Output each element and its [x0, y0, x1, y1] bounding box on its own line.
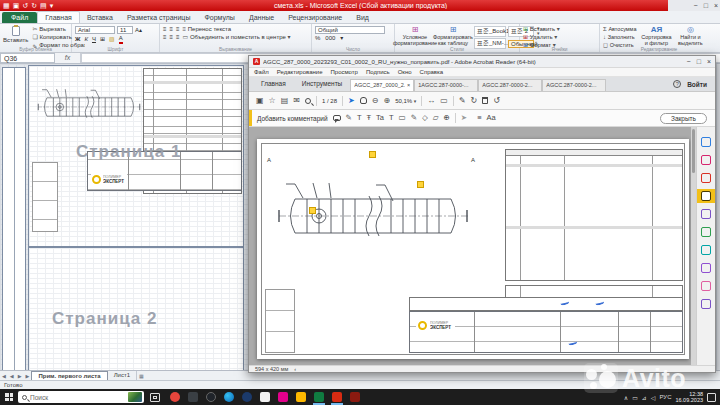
- number-format-select[interactable]: Общий: [315, 26, 385, 34]
- align-left-button[interactable]: ≡: [163, 34, 167, 41]
- replace-text-tool-icon[interactable]: T: [389, 114, 394, 122]
- fx-icon[interactable]: fx: [55, 53, 81, 63]
- style-cell-1[interactable]: 표준_Book1: [474, 26, 506, 37]
- sign-in-button[interactable]: Войти: [687, 81, 707, 88]
- sheet-nav-last[interactable]: ▶: [24, 371, 32, 380]
- grow-font-button[interactable]: A▴: [135, 27, 142, 34]
- tab-view[interactable]: Вид: [349, 12, 376, 23]
- sheet-nav-next[interactable]: ▶: [16, 371, 24, 380]
- pin-tool-icon[interactable]: ➤: [461, 114, 467, 122]
- wrap-text-button[interactable]: ≡ Перенос текста: [183, 26, 232, 33]
- collapse-status-icon[interactable]: ‹: [294, 366, 296, 372]
- request-signatures-tool[interactable]: [697, 279, 716, 293]
- save-button[interactable]: ▣: [13, 0, 20, 11]
- store-app-icon[interactable]: [260, 392, 270, 402]
- tab-home[interactable]: Главная: [37, 11, 80, 23]
- align-right-button[interactable]: ≡: [176, 34, 180, 41]
- search-highlight-image[interactable]: [128, 392, 142, 402]
- text-style-icon[interactable]: Aa: [487, 114, 496, 122]
- select-tool-icon[interactable]: ➤: [348, 97, 355, 105]
- language-indicator[interactable]: РУС: [659, 394, 671, 400]
- notification-center-button[interactable]: [707, 393, 716, 402]
- taskbar-search[interactable]: Поиск: [18, 391, 144, 403]
- doc-tab-1-active[interactable]: AGCC_287_0000_2...×: [350, 79, 414, 91]
- align-middle-button[interactable]: ≡: [170, 26, 174, 33]
- pdf-page[interactable]: А А: [257, 139, 689, 359]
- name-box[interactable]: Q36: [0, 53, 55, 63]
- excel-vertical-scrollbar[interactable]: [716, 64, 720, 370]
- align-top-button[interactable]: ≡: [163, 26, 167, 33]
- tab-close-icon[interactable]: ×: [407, 82, 410, 91]
- create-pdf-tool[interactable]: [697, 171, 716, 185]
- delete-cells-button[interactable]: ⊞ Удалить ▾: [523, 34, 597, 41]
- mail-icon[interactable]: ✉: [293, 97, 300, 105]
- refresh-icon[interactable]: ↺: [493, 97, 500, 105]
- acrobat-document-area[interactable]: А А: [249, 127, 715, 365]
- merge-center-button[interactable]: ▭ Объединить и поместить в центре ▾: [183, 34, 291, 41]
- autosum-button[interactable]: Σ Автосумма: [603, 26, 636, 33]
- star-favorite-icon[interactable]: ☆: [269, 97, 276, 105]
- acrobat-taskbar-icon[interactable]: [332, 392, 342, 402]
- scrollbar-thumb[interactable]: [692, 129, 695, 173]
- sticky-note-annotation[interactable]: [309, 207, 316, 214]
- stamp-tool-icon[interactable]: ▱: [433, 114, 439, 122]
- underline-text-tool-icon[interactable]: T: [357, 114, 362, 122]
- sticky-note-tool-icon[interactable]: [333, 115, 341, 121]
- doc-tab-4[interactable]: AGCC.287-0000-2...: [542, 79, 606, 91]
- tab-tools[interactable]: Инструменты: [294, 80, 351, 91]
- align-bottom-button[interactable]: ≡: [176, 26, 180, 33]
- maximize-button[interactable]: □: [697, 58, 701, 65]
- sheet-tab-list1[interactable]: Лист1: [108, 371, 137, 380]
- draw-tool-icon[interactable]: ✎: [411, 114, 417, 122]
- annotate-icon[interactable]: ✎: [459, 97, 466, 105]
- rotate-icon[interactable]: ↻: [471, 97, 478, 105]
- help-circle-icon[interactable]: ?: [673, 80, 681, 88]
- insert-cells-button[interactable]: ⊞ Вставить ▾: [523, 26, 597, 33]
- print-icon[interactable]: ▤: [281, 97, 289, 105]
- fill-color-button[interactable]: ▨: [109, 36, 115, 43]
- combine-files-tool[interactable]: [697, 207, 716, 221]
- menu-edit[interactable]: Редактирование: [277, 69, 323, 75]
- minimize-button[interactable]: −: [687, 58, 691, 65]
- comma-style-button[interactable]: 000: [325, 35, 335, 42]
- font-color-button[interactable]: A: [119, 35, 123, 44]
- search-icon[interactable]: [305, 98, 311, 104]
- task-view-button[interactable]: [150, 393, 160, 402]
- fill-sign-tool[interactable]: [697, 261, 716, 275]
- menu-view[interactable]: Просмотр: [330, 69, 357, 75]
- undo-button[interactable]: ↺: [22, 0, 28, 11]
- sheet-tab-primary[interactable]: Прим. первого листа: [31, 371, 107, 380]
- menu-window[interactable]: Окно: [398, 69, 412, 75]
- maximize-button[interactable]: □: [704, 2, 708, 9]
- page-indicator[interactable]: 1 / 28: [322, 98, 337, 104]
- line-thickness-icon[interactable]: ≡: [477, 114, 481, 122]
- find-select-button[interactable]: ◎ Найти и выделить: [676, 26, 704, 46]
- tab-formulas[interactable]: Формулы: [197, 12, 241, 23]
- eraser-tool-icon[interactable]: ◇: [422, 114, 428, 122]
- borders-button[interactable]: ⊞: [100, 36, 105, 43]
- font-size-select[interactable]: 11: [117, 26, 133, 34]
- format-as-table-button[interactable]: ⊞ Форматировать как таблицу: [435, 26, 471, 46]
- print-button[interactable]: ▤: [40, 0, 47, 11]
- files-app-icon[interactable]: [296, 392, 306, 402]
- trash-icon[interactable]: [482, 97, 488, 104]
- doc-tab-2[interactable]: 1AGCC.287-0000-...: [414, 79, 478, 91]
- tab-insert[interactable]: Вставка: [80, 12, 120, 23]
- tab-home[interactable]: Главная: [253, 80, 294, 91]
- text-box-tool-icon[interactable]: ▭: [399, 114, 406, 122]
- fit-width-icon[interactable]: ↔: [427, 97, 435, 105]
- volume-icon[interactable]: ◁: [651, 394, 656, 401]
- edge-icon[interactable]: [224, 392, 234, 402]
- zoom-out-icon[interactable]: ⊖: [372, 97, 379, 105]
- close-comment-toolbar-button[interactable]: Закрыть: [660, 113, 707, 124]
- save-icon[interactable]: ▣: [256, 97, 264, 105]
- attach-tool-icon[interactable]: ⊕: [444, 114, 450, 122]
- tab-file[interactable]: Файл: [2, 12, 37, 23]
- zoom-in-icon[interactable]: ⊕: [383, 97, 390, 105]
- sticky-note-annotation[interactable]: [369, 151, 376, 158]
- edit-pdf-tool[interactable]: [697, 153, 716, 167]
- align-center-button[interactable]: ≡: [170, 34, 174, 41]
- network-icon[interactable]: ⊿: [642, 394, 647, 401]
- menu-file[interactable]: Файл: [254, 69, 269, 75]
- tab-review[interactable]: Рецензирование: [281, 12, 349, 23]
